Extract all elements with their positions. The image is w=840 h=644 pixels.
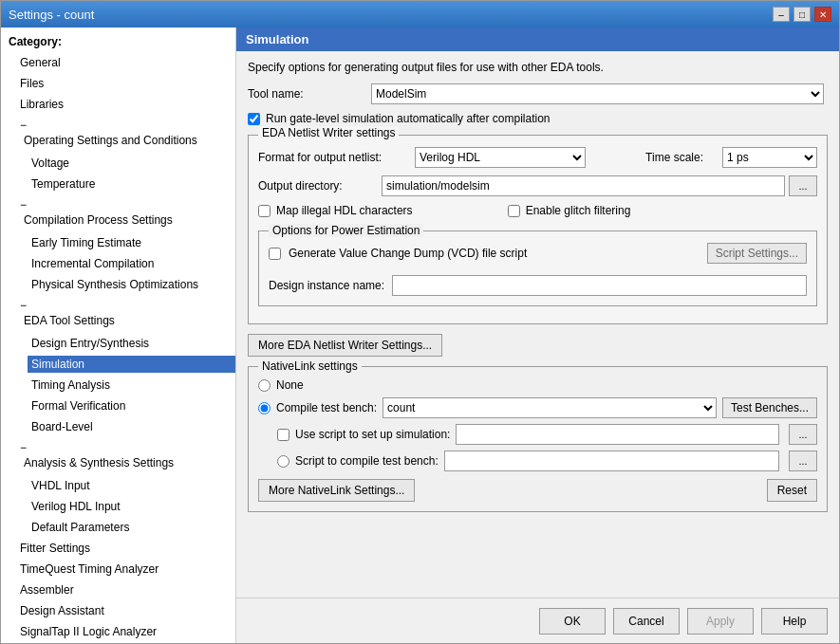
reset-button[interactable]: Reset — [767, 479, 817, 502]
sidebar-item-general[interactable]: General — [1, 52, 235, 73]
sidebar-item-timing-analysis[interactable]: Timing Analysis — [1, 375, 235, 396]
map-illegal-label: Map illegal HDL characters — [276, 204, 413, 217]
sidebar-item-logic-analyzer[interactable]: Logic Analyzer Interface — [1, 642, 235, 643]
more-eda-row: More EDA Netlist Writer Settings... — [248, 334, 828, 357]
sidebar-item-eda-tool[interactable]: − EDA Tool Settings — [1, 295, 235, 333]
more-nativelink-button[interactable]: More NativeLink Settings... — [258, 479, 415, 502]
generate-vcd-checkbox[interactable] — [269, 248, 281, 260]
sidebar-item-verilog-hdl-input[interactable]: Verilog HDL Input — [1, 496, 235, 517]
sidebar-item-formal-verification[interactable]: Formal Verification — [1, 396, 235, 416]
nativelink-group: NativeLink settings None Compile test be… — [248, 366, 828, 512]
power-estimation-group: Options for Power Estimation Generate Va… — [258, 230, 817, 306]
none-radio-row: None — [258, 378, 817, 392]
sidebar-item-temperature[interactable]: Temperature — [1, 174, 235, 194]
ok-button[interactable]: OK — [539, 608, 606, 635]
use-script-browse-button[interactable]: ... — [789, 424, 817, 445]
sidebar-item-incremental-compilation[interactable]: Incremental Compilation — [1, 253, 235, 274]
window-controls: – □ ✕ — [773, 7, 831, 22]
none-radio[interactable] — [258, 379, 271, 392]
right-panel: Simulation Specify options for generatin… — [236, 28, 839, 643]
minimize-button[interactable]: – — [773, 7, 790, 22]
use-script-label: Use script to set up simulation: — [295, 428, 450, 441]
script-compile-radio[interactable] — [277, 455, 289, 468]
section-header: Simulation — [236, 28, 839, 51]
enable-glitch-label: Enable glitch filtering — [526, 204, 631, 217]
cancel-button[interactable]: Cancel — [613, 608, 680, 635]
tool-name-label: Tool name: — [248, 87, 371, 101]
compile-tb-select[interactable]: count — [383, 397, 717, 418]
sidebar-item-vhdl-input[interactable]: VHDL Input — [1, 475, 235, 496]
help-button[interactable]: Help — [761, 608, 828, 635]
title-bar: Settings - count – □ ✕ — [1, 1, 839, 28]
enable-glitch-checkbox[interactable] — [508, 205, 520, 217]
script-compile-input[interactable] — [444, 451, 779, 471]
nativelink-title: NativeLink settings — [258, 359, 362, 373]
sidebar-item-libraries[interactable]: Libraries — [1, 94, 235, 115]
run-gate-level-label: Run gate-level simulation automatically … — [266, 112, 550, 125]
format-timescale-row: Format for output netlist: Verilog HDL V… — [258, 147, 817, 168]
sidebar-item-default-parameters[interactable]: Default Parameters — [1, 517, 235, 538]
output-dir-input[interactable] — [382, 175, 785, 196]
sidebar-item-timequest[interactable]: TimeQuest Timing Analyzer — [1, 559, 235, 580]
generate-vcd-row: Generate Value Change Dump (VCD) file sc… — [269, 243, 807, 264]
sidebar-item-fitter-settings[interactable]: Fitter Settings — [1, 538, 235, 559]
map-illegal-checkbox[interactable] — [258, 205, 271, 217]
sidebar-item-early-timing[interactable]: Early Timing Estimate — [1, 232, 235, 253]
script-settings-button[interactable]: Script Settings... — [707, 243, 807, 264]
sidebar-item-analysis-synthesis[interactable]: − Analysis & Synthesis Settings — [1, 437, 235, 475]
main-content: Category: General Files Libraries − Oper… — [1, 28, 839, 643]
generate-vcd-label: Generate Value Change Dump (VCD) file sc… — [289, 247, 700, 260]
category-label: Category: — [1, 31, 235, 52]
use-script-input[interactable] — [456, 424, 779, 445]
timescale-label: Time scale: — [632, 151, 703, 164]
sidebar-item-design-entry[interactable]: Design Entry/Synthesis — [1, 333, 235, 354]
sidebar-item-simulation[interactable]: Simulation — [1, 354, 235, 375]
main-window: Settings - count – □ ✕ Category: General… — [0, 0, 840, 644]
more-eda-button[interactable]: More EDA Netlist Writer Settings... — [248, 334, 442, 357]
run-gate-level-row: Run gate-level simulation automatically … — [248, 112, 828, 125]
enable-glitch-row: Enable glitch filtering — [508, 204, 631, 217]
sidebar-item-files[interactable]: Files — [1, 73, 235, 94]
script-compile-label: Script to compile test bench: — [295, 454, 439, 468]
compile-tb-radio[interactable] — [258, 402, 271, 414]
checkbox-pair-row: Map illegal HDL characters Enable glitch… — [258, 204, 817, 223]
design-instance-input[interactable] — [392, 275, 807, 296]
apply-button[interactable]: Apply — [687, 608, 754, 635]
output-dir-row: Output directory: ... — [258, 175, 817, 196]
timescale-select[interactable]: 1 ps 10 ps 100 ps 1 ns — [722, 147, 817, 168]
format-select[interactable]: Verilog HDL VHDL — [415, 147, 586, 168]
sidebar-item-physical-synthesis[interactable]: Physical Synthesis Optimizations — [1, 274, 235, 295]
format-label: Format for output netlist: — [258, 151, 396, 164]
close-button[interactable]: ✕ — [814, 7, 831, 22]
compile-tb-row: Compile test bench: count Test Benches..… — [258, 397, 817, 418]
description-text: Specify options for generating output fi… — [248, 61, 828, 74]
maximize-button[interactable]: □ — [793, 7, 811, 22]
script-compile-row: Script to compile test bench: ... — [258, 451, 817, 471]
use-script-checkbox[interactable] — [277, 429, 289, 441]
use-script-row: Use script to set up simulation: ... — [258, 424, 817, 445]
script-compile-browse-button[interactable]: ... — [789, 451, 817, 471]
output-dir-browse-button[interactable]: ... — [789, 175, 817, 196]
sidebar-item-board-level[interactable]: Board-Level — [1, 416, 235, 437]
tool-name-select[interactable]: ModelSim ModelSim-Altera VCS NC-Sim Acti… — [371, 83, 824, 104]
run-gate-level-checkbox[interactable] — [248, 113, 260, 125]
tool-name-row: Tool name: ModelSim ModelSim-Altera VCS … — [248, 83, 828, 104]
eda-netlist-group: EDA Netlist Writer settings Format for o… — [248, 135, 828, 324]
none-label: None — [276, 378, 304, 392]
power-estimation-title: Options for Power Estimation — [269, 224, 423, 237]
sidebar: Category: General Files Libraries − Oper… — [1, 28, 236, 643]
sidebar-item-operating-settings[interactable]: − Operating Settings and Conditions — [1, 115, 235, 153]
sidebar-item-compilation-process[interactable]: − Compilation Process Settings — [1, 194, 235, 232]
design-instance-row: Design instance name: — [269, 271, 807, 296]
compile-tb-label: Compile test bench: — [276, 401, 377, 414]
design-instance-label: Design instance name: — [269, 279, 384, 292]
test-benches-button[interactable]: Test Benches... — [722, 397, 817, 418]
sidebar-item-assembler[interactable]: Assembler — [1, 580, 235, 600]
sidebar-item-signaltap[interactable]: SignalTap II Logic Analyzer — [1, 621, 235, 642]
bottom-bar: OK Cancel Apply Help — [236, 598, 839, 643]
sidebar-item-voltage[interactable]: Voltage — [1, 153, 235, 174]
sidebar-item-design-assistant[interactable]: Design Assistant — [1, 600, 235, 621]
nativelink-bottom: More NativeLink Settings... Reset — [258, 479, 817, 502]
map-illegal-row: Map illegal HDL characters — [258, 204, 413, 217]
window-title: Settings - count — [9, 8, 94, 22]
